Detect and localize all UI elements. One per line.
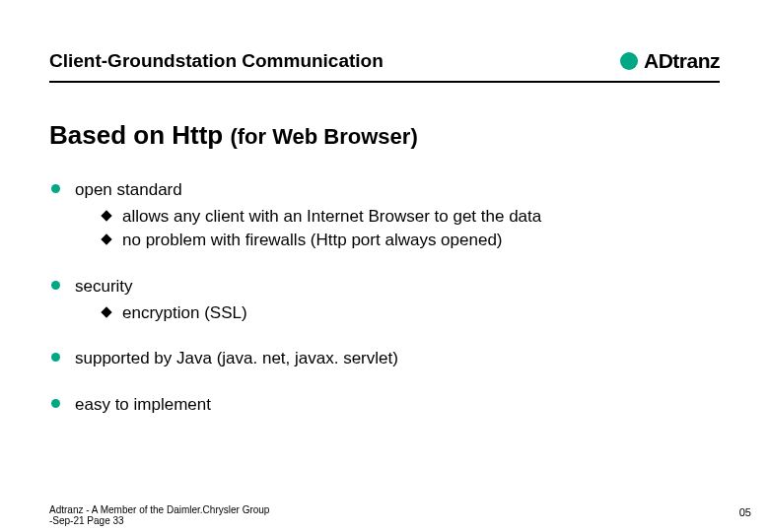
logo-text: ADtranz bbox=[644, 49, 720, 73]
bullet-item: supported by Java (java. net, javax. ser… bbox=[49, 347, 720, 371]
bullet-label: supported by Java (java. net, javax. ser… bbox=[75, 349, 398, 367]
sub-bullet-item: encryption (SSL) bbox=[101, 301, 720, 326]
sub-bullet-list: encryption (SSL) bbox=[75, 301, 720, 326]
bullet-item: easy to implement bbox=[49, 393, 720, 418]
page-number: 05 bbox=[739, 506, 751, 518]
bullet-item: security encryption (SSL) bbox=[49, 275, 720, 325]
sub-bullet-item: no problem with firewalls (Http port alw… bbox=[101, 229, 720, 253]
header-divider bbox=[49, 81, 720, 83]
main-title-sub: (for Web Browser) bbox=[230, 124, 417, 149]
header-title: Client-Groundstation Communication bbox=[49, 50, 384, 72]
footer: Adtranz - A Member of the Daimler.Chrysl… bbox=[49, 504, 269, 526]
slide: Client-Groundstation Communication ADtra… bbox=[0, 0, 769, 417]
main-title: Based on Http (for Web Browser) bbox=[49, 120, 720, 151]
slide-header: Client-Groundstation Communication ADtra… bbox=[49, 49, 720, 73]
bullet-item: open standard allows any client with an … bbox=[49, 178, 720, 253]
sub-bullet-list: allows any client with an Internet Brows… bbox=[75, 205, 720, 253]
logo-dot-icon bbox=[620, 52, 638, 70]
bullet-label: open standard bbox=[75, 180, 182, 199]
main-title-prefix: Based on Http bbox=[49, 120, 230, 150]
bullet-label: security bbox=[75, 277, 133, 296]
footer-line2: -Sep-21 Page 33 bbox=[49, 515, 269, 526]
footer-line1: Adtranz - A Member of the Daimler.Chrysl… bbox=[49, 504, 269, 515]
bullet-list: open standard allows any client with an … bbox=[49, 178, 720, 417]
sub-bullet-item: allows any client with an Internet Brows… bbox=[101, 205, 720, 230]
bullet-label: easy to implement bbox=[75, 395, 211, 414]
logo: ADtranz bbox=[620, 49, 720, 73]
